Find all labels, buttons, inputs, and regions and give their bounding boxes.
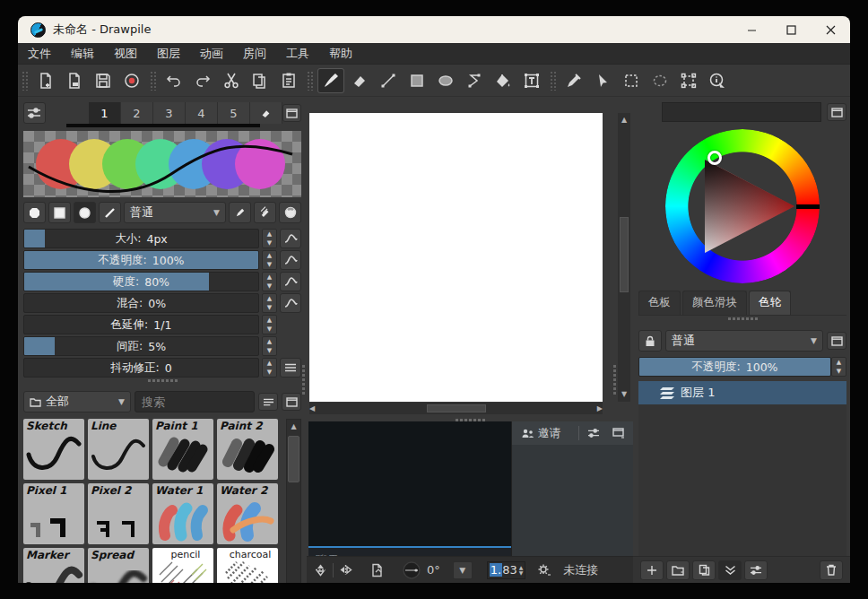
size-spinner[interactable]: ▲▼	[262, 229, 277, 248]
smudge-mode-button[interactable]	[279, 202, 301, 223]
spacing-slider[interactable]: 间距:5%	[23, 336, 259, 356]
brush-preset-water-2[interactable]: Water 2	[217, 483, 278, 544]
menu-session[interactable]: 房间	[233, 43, 276, 64]
brush-settings-button[interactable]	[23, 102, 46, 124]
color-cursor[interactable]	[707, 151, 722, 165]
brush-preset-paint-2[interactable]: Paint 2	[217, 419, 278, 480]
scrollbar-thumb[interactable]	[620, 217, 629, 292]
stabilizer-slider[interactable]: 抖动修正:0	[23, 358, 259, 378]
text-tool-button[interactable]	[518, 68, 545, 93]
dock-resize-handle[interactable]	[612, 364, 617, 395]
size-slider[interactable]: 大小:4px	[23, 229, 259, 248]
hardness-slider[interactable]: 硬度:80%	[23, 272, 259, 291]
toolbar-drag-handle[interactable]	[22, 71, 28, 91]
layer-opacity-spinner[interactable]: ▲▼	[831, 357, 846, 377]
layer-blend-mode-select[interactable]: 普通 ▼	[665, 330, 823, 352]
open-file-button[interactable]	[61, 68, 88, 93]
smudging-spinner[interactable]: ▲▼	[262, 293, 277, 313]
stabilizer-menu-button[interactable]	[280, 358, 301, 378]
flip-horizontal-button[interactable]	[339, 563, 352, 577]
duplicate-layer-button[interactable]	[692, 560, 716, 580]
rectangle-tool-button[interactable]	[404, 68, 430, 93]
brush-shape-square-button[interactable]	[48, 202, 71, 223]
close-button[interactable]	[811, 16, 850, 43]
dock-splitter-handle[interactable]	[147, 378, 178, 383]
smudging-curve-button[interactable]	[280, 293, 301, 313]
menu-layer[interactable]: 图层	[147, 43, 190, 64]
dock-splitter-handle[interactable]	[727, 317, 758, 321]
sv-triangle[interactable]	[684, 148, 801, 265]
canvas[interactable]	[309, 113, 603, 402]
copy-button[interactable]	[247, 68, 273, 93]
fill-tool-button[interactable]	[490, 68, 516, 93]
eraser-tool-button[interactable]	[346, 68, 373, 93]
scroll-up-icon[interactable]: ▲	[621, 113, 627, 127]
menu-edit[interactable]: 编辑	[61, 43, 104, 64]
opacity-spinner[interactable]: ▲▼	[262, 250, 277, 270]
toolbar-drag-handle[interactable]	[150, 71, 156, 91]
layer-lock-button[interactable]	[638, 330, 662, 352]
brush-preset-pixel-2[interactable]: Pixel 2	[88, 483, 149, 544]
redo-button[interactable]	[189, 68, 216, 93]
dock-resize-handle[interactable]	[301, 364, 306, 395]
dock-float-button[interactable]	[827, 332, 846, 350]
maximize-button[interactable]	[771, 16, 811, 43]
line-tool-button[interactable]	[375, 68, 402, 93]
tab-palette[interactable]: 色板	[638, 291, 681, 315]
brush-shape-stroke-button[interactable]	[99, 202, 121, 223]
tab-color-wheel[interactable]: 色轮	[749, 291, 791, 315]
rotation-dial[interactable]	[402, 560, 421, 580]
minimize-button[interactable]	[732, 16, 771, 43]
brush-slot-3[interactable]: 3	[153, 102, 186, 124]
layer-opacity-slider[interactable]: 不透明度:100%	[638, 357, 831, 377]
hardness-spinner[interactable]: ▲▼	[262, 272, 277, 291]
flip-vertical-button[interactable]	[314, 563, 327, 577]
brush-preset-water-1[interactable]: Water 1	[152, 483, 213, 544]
menu-animation[interactable]: 动画	[190, 43, 233, 64]
new-file-button[interactable]	[32, 68, 59, 93]
eraser-slot-tab[interactable]	[250, 102, 282, 124]
layer-properties-button[interactable]	[744, 560, 768, 580]
scrollbar-thumb[interactable]	[427, 404, 486, 412]
ellipse-tool-button[interactable]	[432, 68, 459, 93]
color-wheel[interactable]	[638, 127, 846, 285]
scroll-up-icon[interactable]: ▲	[291, 420, 296, 434]
bezier-tool-button[interactable]	[461, 68, 488, 93]
brush-grid-scrollbar[interactable]: ▲ ▼	[286, 419, 301, 583]
title-bar[interactable]: 未命名 - Drawpile	[18, 16, 850, 43]
layer-row[interactable]: 图层 1	[638, 381, 846, 404]
brush-preset-paint-1[interactable]: Paint 1	[152, 419, 213, 480]
smudging-slider[interactable]: 混合:0%	[23, 293, 259, 313]
tab-color-sliders[interactable]: 颜色滑块	[682, 291, 747, 315]
brush-slot-2[interactable]: 2	[121, 102, 153, 124]
color-pickup-spinner[interactable]: ▲▼	[262, 315, 277, 334]
color-picker-tool-button[interactable]	[560, 68, 587, 93]
delete-layer-button[interactable]	[820, 560, 843, 580]
brush-slot-4[interactable]: 4	[186, 102, 218, 124]
merge-layer-button[interactable]	[718, 560, 742, 580]
canvas-vertical-scrollbar[interactable]: ▲ ▼	[618, 113, 630, 402]
brush-slot-1[interactable]: 1	[89, 102, 121, 124]
stabilizer-spinner[interactable]: ▲▼	[262, 358, 277, 378]
brush-preset-marker[interactable]: Marker	[23, 548, 84, 583]
hardness-curve-button[interactable]	[280, 272, 301, 291]
canvas-background-button[interactable]	[370, 563, 384, 577]
scroll-left-icon[interactable]: ◀	[309, 402, 315, 416]
opacity-curve-button[interactable]	[280, 250, 301, 270]
add-group-button[interactable]	[666, 560, 690, 580]
spacing-spinner[interactable]: ▲▼	[262, 336, 277, 356]
brush-shape-pixel-button[interactable]	[23, 202, 46, 223]
brush-preset-line[interactable]: Line	[88, 419, 149, 480]
toolbar-drag-handle[interactable]	[307, 71, 313, 91]
color-name-input[interactable]	[662, 102, 821, 122]
eraser-mode-button[interactable]	[254, 202, 276, 223]
canvas-horizontal-scrollbar[interactable]: ◀ ▶	[309, 403, 603, 414]
invite-button[interactable]: 邀请	[516, 424, 567, 443]
brush-preset-charcoal[interactable]: charcoal	[217, 548, 278, 583]
scroll-down-icon[interactable]: ▼	[621, 387, 627, 402]
paste-button[interactable]	[275, 68, 302, 93]
zoom-spinbox[interactable]: 1.83 ▲▼	[487, 561, 526, 579]
menu-help[interactable]: 帮助	[319, 43, 362, 64]
dock-float-button[interactable]	[282, 393, 301, 411]
zoom-spinner-arrows[interactable]: ▲▼	[519, 565, 524, 576]
